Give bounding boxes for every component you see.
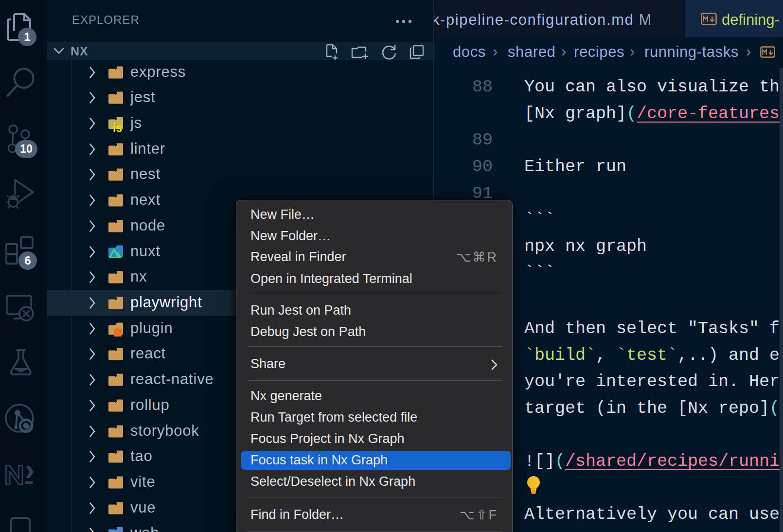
svg-text:js: js xyxy=(112,122,122,132)
